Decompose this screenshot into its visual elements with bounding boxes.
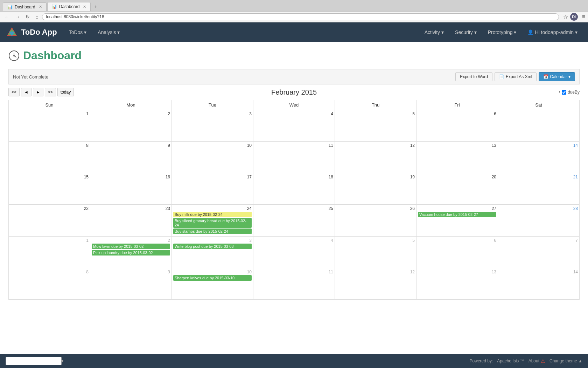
- table-row: 20: [416, 173, 498, 205]
- svg-point-7: [13, 55, 15, 56]
- toolbar-left: Not Yet Complete: [13, 74, 48, 80]
- nav-todos-caret: ▾: [84, 29, 86, 35]
- home-button[interactable]: ⌂: [34, 13, 40, 20]
- cal-prev-button[interactable]: ◄: [21, 88, 31, 96]
- calendar-toolbar: Not Yet Complete Export to Word 📄 Export…: [8, 69, 580, 84]
- calendar-week-6: 8 9 10 Sharpen knives due by 2015-03-10 …: [9, 268, 580, 300]
- nav-menu-left: ToDos ▾ Analysis ▾: [64, 27, 420, 38]
- table-row: 18: [253, 173, 335, 205]
- nav-activity-label: Activity: [425, 29, 440, 35]
- table-row: 5: [335, 237, 416, 268]
- app-title: ToDo App: [21, 28, 57, 37]
- page-header: Dashboard: [8, 49, 580, 62]
- calendar-dropdown-caret: ▾: [568, 74, 570, 79]
- main-content: Dashboard Not Yet Complete Export to Wor…: [0, 42, 588, 307]
- calendar-body: 1 2 3 4 5 6 8 9 10 11 12 13 14 15 16: [9, 110, 580, 300]
- nav-prototyping[interactable]: Prototyping ▾: [483, 27, 522, 38]
- reload-button[interactable]: ↻: [24, 13, 31, 20]
- nav-user[interactable]: 👤 Hi todoapp-admin ▾: [523, 27, 582, 38]
- list-item[interactable]: Buy sliced granary bread due by 2015-02-…: [173, 218, 252, 228]
- calendar-button[interactable]: 📅 Calendar ▾: [539, 72, 575, 81]
- nav-analysis-label: Analysis: [98, 29, 116, 35]
- export-xml-label: Export As Xml: [506, 74, 532, 79]
- nav-security[interactable]: Security ▾: [450, 27, 482, 38]
- due-by-bullet: •: [559, 90, 560, 95]
- settings-icon[interactable]: ≡: [582, 14, 585, 20]
- tab1-label: Dashboard: [15, 5, 35, 9]
- list-item[interactable]: Vacuum house due by 2015-02-27: [418, 212, 496, 217]
- export-word-button[interactable]: Export to Word: [455, 72, 492, 81]
- nav-analysis[interactable]: Analysis ▾: [93, 27, 125, 38]
- nav-user-caret: ▾: [575, 29, 578, 35]
- cal-first-button[interactable]: <<: [8, 88, 20, 96]
- col-tue: Tue: [172, 100, 253, 110]
- nav-menu-right: Activity ▾ Security ▾ Prototyping ▾ 👤 Hi…: [420, 27, 582, 38]
- table-row: 10 Sharpen knives due by 2015-03-10: [172, 268, 253, 300]
- col-mon: Mon: [90, 100, 172, 110]
- cal-last-button[interactable]: >>: [45, 88, 56, 96]
- tab1-close-icon[interactable]: ✕: [39, 5, 42, 9]
- app-logo: ToDo App: [6, 26, 57, 39]
- table-row: 3: [172, 110, 253, 142]
- forward-button[interactable]: →: [13, 13, 22, 20]
- due-by-filter: • dueBy: [559, 90, 580, 95]
- table-row: 16: [90, 173, 172, 205]
- calendar-icon: 📅: [543, 74, 548, 79]
- address-bar: ← → ↻ ⌂ localhost:8080/wicket/entity?18 …: [0, 11, 588, 22]
- tab1-favicon: 📊: [7, 5, 13, 9]
- table-row: 13: [416, 268, 498, 300]
- due-by-checkbox[interactable]: [562, 90, 566, 95]
- table-row: 9: [90, 142, 172, 173]
- table-row: 4: [253, 237, 335, 268]
- table-row: 2 Mow lawn due by 2015-03-02 Pick up lau…: [90, 237, 172, 268]
- cal-today-button[interactable]: today: [57, 88, 74, 96]
- cal-next-button[interactable]: ►: [33, 88, 43, 96]
- url-box[interactable]: localhost:8080/wicket/entity?18: [42, 13, 559, 20]
- list-item[interactable]: Pick up laundry due by 2015-03-02: [92, 250, 170, 255]
- back-button[interactable]: ←: [3, 13, 11, 20]
- table-row: 12: [335, 268, 416, 300]
- calendar-nav: << ◄ ► >> today February 2015 • dueBy: [8, 86, 580, 98]
- nav-user-label: Hi todoapp-admin: [535, 29, 574, 35]
- table-row: 15: [9, 173, 90, 205]
- table-row: 13: [416, 142, 498, 173]
- calendar-title: February 2015: [271, 88, 317, 96]
- table-row: 6: [416, 237, 498, 268]
- table-row: 8: [9, 268, 90, 300]
- nav-prototyping-label: Prototyping: [488, 29, 513, 35]
- table-row: 1: [9, 110, 90, 142]
- col-sat: Sat: [498, 100, 580, 110]
- nav-todos[interactable]: ToDos ▾: [64, 27, 92, 38]
- tab-2[interactable]: 📊 Dashboard ✕: [47, 2, 91, 11]
- list-item[interactable]: Buy milk due by 2015-02-24: [173, 212, 252, 217]
- col-fri: Fri: [416, 100, 498, 110]
- list-item[interactable]: Write blog post due by 2015-03-03: [173, 244, 252, 249]
- table-row: 11: [253, 142, 335, 173]
- list-item[interactable]: Buy stamps due by 2015-02-24: [173, 229, 252, 234]
- list-item[interactable]: Mow lawn due by 2015-03-02: [92, 244, 170, 249]
- table-row: 11: [253, 268, 335, 300]
- file-icon: 📄: [499, 74, 504, 79]
- table-row: 2: [90, 110, 172, 142]
- calendar-label: Calendar: [550, 74, 567, 79]
- nav-security-label: Security: [455, 29, 473, 35]
- browser-chrome: 📊 Dashboard ✕ 📊 Dashboard ✕ + ← → ↻ ⌂ lo…: [0, 0, 588, 22]
- nav-activity[interactable]: Activity ▾: [420, 27, 449, 38]
- section-label: Not Yet Complete: [13, 74, 48, 80]
- calendar-grid: Sun Mon Tue Wed Thu Fri Sat 1 2 3 4 5 6: [8, 100, 580, 300]
- table-row: 21: [498, 173, 580, 205]
- table-row: 25: [253, 205, 335, 237]
- tab2-close-icon[interactable]: ✕: [83, 5, 86, 9]
- table-row: 26: [335, 205, 416, 237]
- table-row: [498, 110, 580, 142]
- export-xml-button[interactable]: 📄 Export As Xml: [495, 72, 537, 81]
- tab-1[interactable]: 📊 Dashboard ✕: [3, 2, 47, 11]
- table-row: 24 Buy milk due by 2015-02-24 Buy sliced…: [172, 205, 253, 237]
- new-tab-button[interactable]: +: [91, 2, 100, 11]
- calendar-week-2: 8 9 10 11 12 13 14: [9, 142, 580, 173]
- cal-nav-buttons: << ◄ ► >> today: [8, 88, 74, 96]
- bookmark-icon[interactable]: ☆: [563, 14, 568, 20]
- table-row: 27 Vacuum house due by 2015-02-27: [416, 205, 498, 237]
- list-item[interactable]: Sharpen knives due by 2015-03-10: [173, 275, 252, 281]
- table-row: 6: [416, 110, 498, 142]
